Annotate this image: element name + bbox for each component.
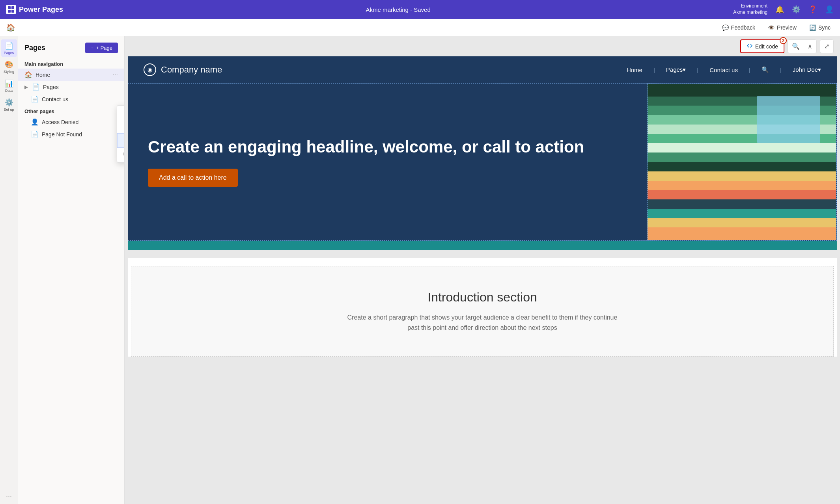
pages-expand-icon[interactable]: ▶	[24, 84, 28, 90]
main-nav-section: Main navigation	[18, 58, 124, 69]
home-nav-icon[interactable]: 🏠	[6, 23, 15, 32]
rail-more-icon[interactable]: ···	[6, 493, 12, 501]
pages-doc-icon: 📄	[32, 83, 40, 91]
setup-rail-label: Set up	[4, 108, 14, 112]
teal-strip	[128, 241, 837, 250]
nav-divider-3: |	[749, 67, 750, 73]
site-logo: ◉ Company name	[144, 63, 222, 76]
context-edit-code[interactable]: Edit code	[117, 133, 125, 148]
hero-cta-button[interactable]: Add a call to action here	[148, 169, 238, 187]
hero-right	[647, 84, 836, 240]
nav-search-icon[interactable]: 🔍	[762, 66, 769, 73]
hero-section: Create an engaging headline, welcome, or…	[128, 83, 837, 241]
sidebar-title: Pages	[24, 44, 45, 52]
hero-image	[648, 84, 836, 240]
edit-code-button[interactable]: Edit code 2	[740, 39, 784, 53]
contact-doc-icon: 📄	[31, 95, 39, 103]
user-avatar[interactable]: 👤	[825, 5, 834, 14]
sidebar-item-page-not-found[interactable]: 📄 Page Not Found	[18, 128, 124, 140]
edit-code-badge: 2	[780, 37, 787, 44]
svg-rect-3	[11, 10, 14, 13]
help-icon[interactable]: ❓	[808, 5, 817, 14]
secondbar: 🏠 💬 Feedback 👁️ Preview 🔄 Sync	[0, 19, 840, 36]
expand-button[interactable]: ⤢	[820, 39, 834, 53]
context-menu: ↳ Add a new subpage ⚙️ Page settings 1 E…	[117, 105, 125, 163]
site-nav: Home | Pages▾ | Contact us | 🔍 | John Do…	[627, 66, 821, 73]
env-label: Environment	[733, 3, 767, 9]
nav-user[interactable]: John Doe▾	[793, 66, 821, 73]
nav-divider-2: |	[697, 67, 698, 73]
zoom-controls: 🔍 ∧	[788, 39, 817, 53]
sidebar-item-home[interactable]: 🏠 Home ···	[18, 69, 124, 81]
styling-icon: 🎨	[5, 60, 13, 69]
nav-divider-4: |	[780, 67, 782, 73]
hero-headline: Create an engaging headline, welcome, or…	[148, 137, 627, 157]
preview-label: Preview	[777, 24, 797, 31]
topbar-right: Environment Akme marketing 🔔 ⚙️ ❓ 👤	[733, 3, 834, 15]
context-page-settings[interactable]: ⚙️ Page settings 1	[117, 120, 125, 133]
data-icon: 📊	[5, 79, 13, 88]
zoom-out-button[interactable]: 🔍	[788, 40, 804, 52]
hero-left: Create an engaging headline, welcome, or…	[128, 84, 647, 240]
zoom-in-button[interactable]: ∧	[804, 40, 816, 52]
company-name: Company name	[161, 65, 222, 75]
feedback-label: Feedback	[731, 24, 755, 31]
nav-pages[interactable]: Pages▾	[666, 66, 686, 73]
other-pages-section: Other pages	[18, 105, 124, 116]
intro-title: Introduction section	[147, 290, 818, 305]
notification-icon[interactable]: 🔔	[775, 5, 784, 14]
data-rail-label: Data	[5, 89, 13, 93]
rail-setup[interactable]: ⚙️ Set up	[1, 96, 17, 113]
sync-icon: 🔄	[809, 24, 816, 31]
sky-element	[757, 96, 820, 143]
sidebar-item-access-denied[interactable]: 👤 Access Denied	[18, 116, 124, 128]
setup-icon: ⚙️	[5, 98, 13, 107]
add-page-button[interactable]: + + Page	[85, 43, 118, 53]
context-duplicate[interactable]: ⧉ Duplicate	[117, 148, 125, 161]
environment-info: Environment Akme marketing	[733, 3, 767, 15]
page-not-found-label: Page Not Found	[42, 131, 82, 138]
svg-rect-0	[8, 6, 11, 9]
sync-label: Sync	[818, 24, 831, 31]
sync-button[interactable]: 🔄 Sync	[806, 23, 834, 32]
svg-rect-2	[8, 10, 11, 13]
preview-button[interactable]: 👁️ Preview	[765, 23, 800, 32]
contact-label: Contact us	[42, 96, 68, 102]
styling-rail-label: Styling	[4, 70, 14, 74]
feedback-button[interactable]: 💬 Feedback	[719, 23, 758, 32]
sidebar-item-contact[interactable]: 📄 Contact us	[18, 93, 124, 105]
pages-label: Pages	[43, 84, 59, 90]
pages-icon: 📄	[5, 41, 13, 50]
nav-contact[interactable]: Contact us	[709, 67, 738, 73]
env-value: Akme marketing	[733, 9, 767, 16]
preview-icon: 👁️	[768, 24, 775, 31]
add-page-icon: +	[91, 45, 94, 51]
svg-rect-1	[11, 6, 14, 9]
intro-section: Introduction section Create a short para…	[131, 266, 834, 357]
home-more-icon[interactable]: ···	[113, 71, 118, 78]
rail-styling[interactable]: 🎨 Styling	[1, 58, 17, 76]
app-logo: Power Pages	[6, 5, 63, 14]
sidebar-header: Pages + + Page	[18, 43, 124, 58]
settings-icon[interactable]: ⚙️	[792, 5, 801, 14]
topbar-title: Akme marketing - Saved	[63, 6, 733, 13]
topbar: Power Pages Akme marketing - Saved Envir…	[0, 0, 840, 19]
gap-area	[128, 250, 837, 258]
page-not-found-icon: 📄	[31, 130, 39, 138]
sidebar-item-pages[interactable]: ▶ 📄 Pages	[18, 81, 124, 93]
nav-divider-1: |	[653, 67, 655, 73]
context-add-subpage[interactable]: ↳ Add a new subpage	[117, 107, 125, 120]
site-navbar: ◉ Company name Home | Pages▾ | Contact u…	[128, 56, 837, 83]
intro-text: Create a short paragraph that shows your…	[344, 312, 620, 333]
edit-code-bar: Edit code 2 🔍 ∧ ⤢	[125, 36, 840, 56]
rail-data[interactable]: 📊 Data	[1, 77, 17, 95]
rail-pages[interactable]: 📄 Pages	[1, 39, 17, 57]
home-page-label: Home	[35, 72, 50, 78]
app-logo-icon	[6, 5, 16, 14]
main-content: Edit code 2 🔍 ∧ ⤢ ◉ Company name Home |	[125, 36, 840, 504]
pages-rail-label: Pages	[4, 51, 14, 55]
app-name: Power Pages	[19, 6, 63, 14]
main-layout: 📄 Pages 🎨 Styling 📊 Data ⚙️ Set up ··· P…	[0, 36, 840, 504]
preview-frame: ◉ Company name Home | Pages▾ | Contact u…	[128, 56, 837, 357]
nav-home[interactable]: Home	[627, 67, 642, 73]
